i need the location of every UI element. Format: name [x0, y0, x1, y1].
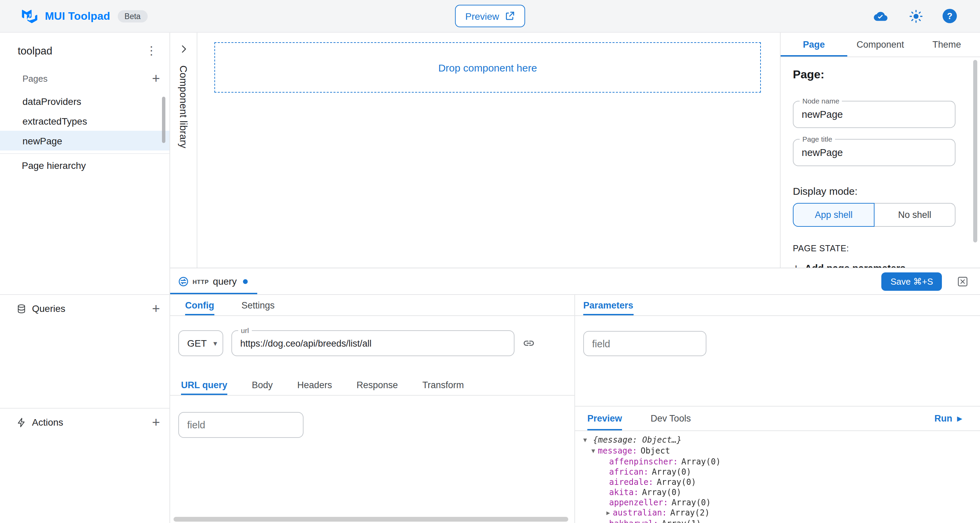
tree-key: affenpinscher: — [609, 457, 678, 467]
tree-row[interactable]: akita:Array(0) — [582, 488, 980, 498]
queries-icon — [16, 303, 27, 314]
page-item-label: newPage — [22, 135, 62, 146]
parameters-field — [583, 331, 706, 356]
tree-arrow-icon[interactable]: ▼ — [592, 446, 595, 456]
page-title-input[interactable] — [794, 140, 955, 166]
display-mode-toggle: App shell No shell — [793, 203, 956, 227]
http-query-icon — [178, 276, 189, 286]
horizontal-scrollbar[interactable] — [173, 517, 568, 521]
add-query-button[interactable]: + — [152, 302, 160, 315]
result-tabs: Preview Dev Tools Run ▶ — [575, 407, 980, 431]
app-window: MUI Toolpad Beta Preview ? toolpad ⋮ Pag… — [0, 0, 980, 523]
page-hierarchy-item[interactable]: Page hierarchy — [0, 153, 169, 177]
query-result-pane: Parameters Preview Dev Tools Run ▶ — [575, 295, 980, 523]
queries-label[interactable]: Queries — [32, 303, 65, 314]
tree-row[interactable]: appenzeller:Array(0) — [582, 498, 980, 508]
url-input[interactable] — [232, 331, 514, 356]
sidebar: toolpad ⋮ Pages + dataProviders extracte… — [0, 33, 170, 523]
inspector-heading: Page: — [793, 68, 956, 82]
help-icon[interactable]: ? — [943, 9, 957, 23]
add-page-parameters-button[interactable]: + Add page parameters — [793, 262, 956, 268]
external-link-icon — [504, 11, 515, 21]
tree-value: Object — [640, 446, 670, 456]
light-mode-icon[interactable] — [908, 8, 924, 24]
brand-title: MUI Toolpad — [45, 10, 110, 22]
tab-component[interactable]: Component — [847, 33, 913, 56]
tree-value: Array(0) — [657, 477, 696, 487]
canvas: Drop component here — [197, 33, 780, 268]
component-library-rail: Component library — [170, 33, 197, 268]
actions-section: Actions + — [0, 408, 169, 436]
tree-row[interactable]: bakharwal:Array(1) — [582, 519, 980, 523]
project-menu-button[interactable]: ⋮ — [146, 46, 157, 56]
parameters-tabs: Parameters — [575, 295, 980, 316]
sidebar-item-newpage[interactable]: newPage — [0, 131, 169, 150]
tab-body[interactable]: Body — [252, 375, 273, 395]
save-button[interactable]: Save ⌘+S — [882, 273, 942, 291]
link-icon — [523, 337, 535, 349]
url-query-field-input[interactable] — [179, 413, 303, 437]
toggle-app-shell[interactable]: App shell — [793, 203, 875, 227]
component-library-label: Component library — [178, 65, 189, 148]
add-action-button[interactable]: + — [152, 416, 160, 428]
cloud-sync-icon[interactable] — [872, 9, 889, 23]
node-name-input[interactable] — [794, 102, 955, 128]
tab-page[interactable]: Page — [781, 33, 847, 56]
tab-url-query[interactable]: URL query — [181, 375, 227, 395]
drop-zone[interactable]: Drop component here — [215, 42, 761, 92]
add-page-button[interactable]: + — [152, 72, 160, 85]
chevron-right-icon — [178, 43, 189, 54]
tab-dev-tools[interactable]: Dev Tools — [651, 407, 691, 431]
tree-arrow-icon[interactable]: ▼ — [583, 435, 587, 445]
copy-link-button[interactable] — [523, 337, 535, 349]
pages-scrollbar[interactable] — [162, 97, 165, 143]
beta-badge: Beta — [118, 10, 147, 22]
mui-logo-icon — [22, 9, 37, 23]
preview-button[interactable]: Preview — [455, 5, 525, 27]
app-header: MUI Toolpad Beta Preview ? — [0, 0, 980, 33]
inspector-scrollbar[interactable] — [973, 60, 977, 242]
close-panel-button[interactable] — [958, 276, 968, 287]
tree-value: Array(0) — [671, 498, 711, 507]
tab-response[interactable]: Response — [356, 375, 398, 395]
method-select[interactable]: GET ▾ — [178, 330, 223, 356]
parameters-field-input[interactable] — [584, 332, 706, 356]
tree-row[interactable]: ▼{message: Object…} — [582, 435, 980, 446]
tab-preview[interactable]: Preview — [587, 407, 622, 431]
sidebar-item-dataproviders[interactable]: dataProviders — [0, 91, 169, 111]
tab-config[interactable]: Config — [185, 295, 215, 315]
toggle-no-shell[interactable]: No shell — [875, 203, 956, 227]
query-tab-name: query — [213, 276, 237, 287]
tab-transform[interactable]: Transform — [422, 375, 464, 395]
page-item-label: dataProviders — [22, 96, 81, 107]
result-section: Preview Dev Tools Run ▶ ▼{message: Objec… — [575, 406, 980, 523]
tab-theme[interactable]: Theme — [914, 33, 980, 56]
project-name: toolpad — [18, 45, 52, 57]
tab-parameters[interactable]: Parameters — [583, 295, 633, 315]
run-button[interactable]: Run ▶ — [934, 407, 962, 431]
queries-section: Queries + — [0, 294, 169, 322]
tab-headers[interactable]: Headers — [298, 375, 332, 395]
tree-value: Array(1) — [662, 519, 701, 523]
tree-key: appenzeller: — [609, 498, 668, 507]
page-item-label: extractedTypes — [22, 115, 87, 126]
query-config-pane: Config Settings GET ▾ url — [170, 295, 575, 523]
request-tabs: URL query Body Headers Response Transfor… — [170, 375, 574, 395]
url-field: url — [231, 330, 514, 356]
tree-row[interactable]: affenpinscher:Array(0) — [582, 457, 980, 467]
actions-label[interactable]: Actions — [32, 417, 63, 428]
tree-value: {message: Object…} — [593, 435, 682, 445]
tree-row[interactable]: airedale:Array(0) — [582, 477, 980, 488]
expand-library-button[interactable] — [178, 43, 189, 54]
tab-settings[interactable]: Settings — [242, 295, 275, 315]
preview-button-label: Preview — [465, 11, 499, 21]
node-name-field: Node name — [793, 101, 956, 128]
url-query-field — [178, 412, 304, 438]
tree-row[interactable]: african:Array(0) — [582, 467, 980, 477]
tree-arrow-icon[interactable]: ▶ — [606, 508, 610, 518]
tree-row[interactable]: ▼message:Object — [582, 446, 980, 457]
sidebar-item-extractedtypes[interactable]: extractedTypes — [0, 111, 169, 131]
tree-row[interactable]: ▶australian:Array(2) — [582, 508, 980, 519]
inspector-panel: Page Component Theme Page: Node name Pag… — [780, 33, 980, 268]
query-tab[interactable]: HTTP query — [170, 268, 257, 294]
